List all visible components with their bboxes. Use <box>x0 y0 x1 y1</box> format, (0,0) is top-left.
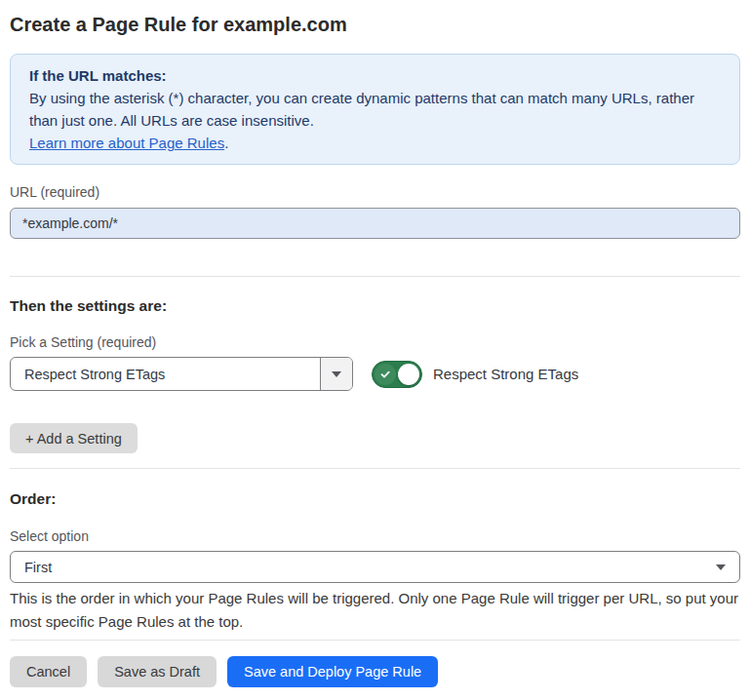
create-page-rule-form: Create a Page Rule for example.com If th… <box>0 12 750 700</box>
check-icon <box>375 364 396 385</box>
respect-strong-etags-toggle[interactable] <box>372 361 422 388</box>
url-field-label: URL (required) <box>10 184 740 201</box>
footer-divider <box>10 640 740 641</box>
section-divider <box>10 276 740 277</box>
cancel-button[interactable]: Cancel <box>10 656 87 687</box>
footer-actions: Cancel Save as Draft Save and Deploy Pag… <box>10 656 740 700</box>
order-select-label: Select option <box>10 528 740 545</box>
toggle-label: Respect Strong ETags <box>433 366 578 382</box>
url-match-info-box: If the URL matches: By using the asteris… <box>10 54 740 165</box>
info-box-heading: If the URL matches: <box>29 64 721 87</box>
info-box-body: By using the asterisk (*) character, you… <box>29 87 721 132</box>
chevron-down-icon <box>716 564 726 570</box>
add-setting-button[interactable]: + Add a Setting <box>10 423 138 453</box>
setting-dropdown-arrow-button[interactable] <box>320 358 352 390</box>
toggle-knob <box>398 364 419 385</box>
setting-dropdown[interactable]: Respect Strong ETags <box>10 357 353 391</box>
order-dropdown[interactable]: First <box>10 551 740 583</box>
settings-section-heading: Then the settings are: <box>10 296 740 315</box>
url-input[interactable] <box>10 208 740 239</box>
setting-row: Respect Strong ETags Respect Strong ETag… <box>10 357 740 391</box>
order-section-heading: Order: <box>10 489 740 509</box>
setting-dropdown-value: Respect Strong ETags <box>11 358 320 390</box>
chevron-down-icon <box>332 371 341 377</box>
section-divider <box>10 468 740 469</box>
save-as-draft-button[interactable]: Save as Draft <box>98 656 217 687</box>
learn-more-link[interactable]: Learn more about Page Rules <box>29 135 224 151</box>
pick-setting-label: Pick a Setting (required) <box>10 334 740 351</box>
order-dropdown-value: First <box>24 560 52 575</box>
link-suffix: . <box>224 135 228 151</box>
info-box-link-line: Learn more about Page Rules. <box>29 132 721 154</box>
order-help-text: This is the order in which your Page Rul… <box>10 587 740 634</box>
page-title: Create a Page Rule for example.com <box>10 12 740 37</box>
save-and-deploy-button[interactable]: Save and Deploy Page Rule <box>227 656 438 687</box>
